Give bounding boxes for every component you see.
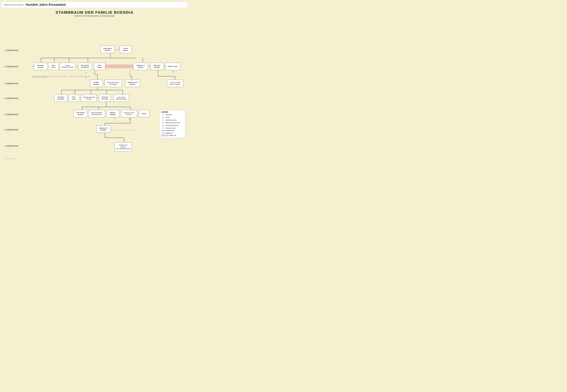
mauricio-box: MauricioBabilonia bbox=[106, 110, 119, 117]
jose-arcadio-5-box: José ArcadioBuendia bbox=[74, 110, 87, 117]
amaranta-box: AmarantaBuendia bbox=[34, 63, 47, 70]
legend-incest-label: Inzestuöse Beziehung bbox=[165, 125, 179, 126]
book-title: Hundert Jahre Einsamkeit bbox=[26, 3, 66, 7]
legend-box: LEGENDE ⊗ Verheiratet ⊕ Verlobt ♥ Verlie… bbox=[160, 110, 185, 138]
legend-adopt-icon bbox=[161, 132, 165, 134]
legend-bio-label: Leibliches Kind bbox=[165, 130, 174, 131]
legend-engaged-label: Verlobt bbox=[165, 117, 170, 118]
svg-point-46 bbox=[161, 133, 162, 133]
kinder-aureliano-box: 17 Kinder mit demNamen Aureliano bbox=[167, 80, 183, 87]
weitere-frauen-box: Weitere Frauen bbox=[165, 63, 180, 70]
legend-married: ⊗ Verheiratet bbox=[161, 114, 184, 116]
footer: laurencopeland.com bbox=[4, 158, 15, 159]
arcadio-box: ArcadioBuendia bbox=[90, 80, 102, 87]
ursula-name: UrsulaIguaran bbox=[123, 47, 128, 51]
gen-label-1: 1. GENERATION bbox=[4, 49, 18, 52]
jose-arcadio-2-box: José ArcadioBuendia (II) bbox=[78, 63, 92, 70]
legend-love: ♥ Verliebt (ohne Sex) bbox=[161, 119, 184, 121]
rebeca-box: Rebeca(adoptierte) Buendia bbox=[60, 63, 75, 70]
love-sym-amaranta-pietro bbox=[47, 65, 50, 68]
jose-arcadio-5-name: José ArcadioBuendia bbox=[76, 112, 85, 115]
header-bar: Gabriel Garcia Marquez Hundert Jahre Ein… bbox=[1, 1, 188, 8]
remedios-schone-box: Remediosdie Schöne bbox=[54, 94, 67, 102]
gen-label-7: 7. GENERATION bbox=[4, 145, 18, 147]
legend-married-label: Verheiratet bbox=[165, 114, 172, 115]
no-sym-amaranta: ⊘ bbox=[31, 65, 35, 68]
no-sym-amaranta-ursula: ⊘ bbox=[128, 117, 131, 121]
jose-arcadio-2-name: José ArcadioBuendia (II) bbox=[81, 64, 89, 68]
diagram-area: 1. GENERATION 2. GENERATION 3. GENERATIO… bbox=[3, 18, 186, 160]
aureliano-segundo-name: Aureliano SegundoBuendia bbox=[83, 96, 95, 100]
amaranta-ursula-box: Amaranta UrsulaBuendia bbox=[121, 110, 137, 117]
jose-arcadio-1-box: José ArcadioBuendia bbox=[100, 46, 115, 53]
ursula-box: UrsulaIguaran bbox=[120, 46, 132, 53]
aureliano-jose-name: Aureliano JosèBuendia bbox=[128, 82, 137, 85]
legend-bio-child: Leibliches Kind bbox=[161, 129, 184, 132]
main-title: STAMMBAUM DER FAMILIE BUENDIA bbox=[0, 10, 189, 15]
legend-incest-try-label: Versuchter Inzest bbox=[165, 127, 176, 129]
legend-married-sym: ⊗ bbox=[161, 114, 165, 116]
aureliano-3-box: Aureliano (III)Buendia(mit Schweineschwa… bbox=[115, 142, 132, 152]
weitere-frauen-name: Weitere Frauen bbox=[168, 66, 178, 68]
renata-box: Renata Remedios(Meme) Buendia bbox=[89, 110, 104, 117]
married-sym-rebeca bbox=[75, 65, 79, 68]
gaston-name: Gaston bbox=[142, 113, 146, 115]
legend-engaged: ⊕ Verlobt bbox=[161, 116, 184, 118]
gen-label-3: 3. GENERATION bbox=[4, 83, 18, 85]
legend-direct-box bbox=[161, 135, 168, 136]
mauricio-name: MauricioBabilonia bbox=[110, 112, 116, 115]
aureliano-2-name: Aureliano (II)Buendia bbox=[99, 127, 107, 131]
fernanda-name: Fernandadel Carpio bbox=[101, 96, 108, 100]
aureliano-jose-box: Aureliano JosèBuendia bbox=[125, 80, 140, 87]
legend-adopt-child: Adoptivkind bbox=[161, 132, 184, 134]
legend-love-sym: ♥ bbox=[161, 119, 165, 121]
gen-label-4: 4. GENERATION bbox=[4, 97, 18, 99]
rebeca-name: Rebeca(adoptierte) Buendia bbox=[61, 65, 74, 68]
legend-incest-try-sym: ⊘ bbox=[161, 127, 165, 129]
renata-name: Renata Remedios(Meme) Buendia bbox=[91, 112, 102, 115]
aureliano-1-name: Aureliano (I)Buendia bbox=[137, 64, 145, 68]
legend-title: LEGENDE bbox=[161, 111, 184, 113]
pink-relation-line bbox=[105, 64, 135, 69]
remedios-moscote-name: RemediosMoscote bbox=[154, 64, 160, 68]
jose-arcadio-1-name: José ArcadioBuendia bbox=[103, 47, 112, 51]
arcadio-name: ArcadioBuendia bbox=[93, 82, 99, 85]
no-sym-arcadio2: ⊘ bbox=[84, 71, 88, 74]
jose-arcadio-segundo-box: José ArcadioSegundo Buendia bbox=[113, 94, 129, 102]
gen-label-5: 5. GENERATION bbox=[4, 114, 18, 116]
remedios-moscote-box: RemediosMoscote bbox=[151, 63, 163, 70]
jose-arcadio-segundo-name: José ArcadioSegundo Buendia bbox=[116, 96, 127, 100]
legend-incest-try: ⊘ Versuchter Inzest bbox=[161, 127, 184, 129]
down-sym-weitere: ▼ bbox=[172, 70, 175, 73]
legend-love-sex-label: Liebesbeziehung mit Sex bbox=[165, 122, 180, 124]
aureliano-2-box: Aureliano (II)Buendia bbox=[96, 126, 110, 133]
legend-love-label: Verliebt (ohne Sex) bbox=[165, 119, 177, 121]
kinder-aureliano-name: 17 Kinder mit demNamen Aureliano bbox=[169, 82, 181, 85]
fernanda-box: Fernandadel Carpio bbox=[99, 94, 111, 102]
remedios-schone-name: Remediosdie Schöne bbox=[57, 96, 64, 100]
legend-direct: direkte Linie bbox=[161, 135, 184, 136]
svg-marker-47 bbox=[164, 132, 164, 134]
svg-marker-44 bbox=[164, 130, 164, 131]
legend-love-sex-sym: ♥ bbox=[161, 122, 165, 124]
gaston-box: Gaston bbox=[139, 110, 149, 117]
legend-incest-sym: ⊗ bbox=[161, 124, 165, 126]
pietro-name: PietroCrespi bbox=[51, 64, 56, 68]
aureliano-1-box: Aureliano (I)Buendia bbox=[133, 63, 148, 70]
legend-love-sex: ♥ Liebesbeziehung mit Sex bbox=[161, 122, 184, 124]
gen-label-6: 6. GENERATION bbox=[4, 129, 18, 131]
aureliano-3-name: Aureliano (III)Buendia(mit Schweineschwa… bbox=[116, 144, 130, 150]
note-text: leidenschaftliche Zuneigung des Neffen z… bbox=[32, 76, 94, 78]
santa-sofia-name: Santa Sofia von derFrömmigkeit bbox=[107, 82, 119, 85]
legend-engaged-sym: ⊕ bbox=[161, 116, 165, 118]
legend-bio-icon bbox=[161, 129, 165, 132]
married-sym-gen1 bbox=[115, 48, 118, 51]
sub-title: Übersicht über Nachkommen und Beziehunge… bbox=[0, 15, 189, 17]
legend-incest: ⊗ Inzestuöse Beziehung bbox=[161, 124, 184, 126]
petra-box: PetraCotes bbox=[69, 94, 79, 102]
amaranta-ursula-name: Amaranta UrsulaBuendia bbox=[124, 112, 134, 115]
petra-name: PetraCotes bbox=[72, 96, 76, 100]
legend-direct-label: direkte Linie bbox=[169, 135, 177, 136]
pilar-box: PilarTernera bbox=[94, 63, 105, 70]
aureliano-segundo-box: Aureliano SegundoBuendia bbox=[81, 94, 96, 102]
